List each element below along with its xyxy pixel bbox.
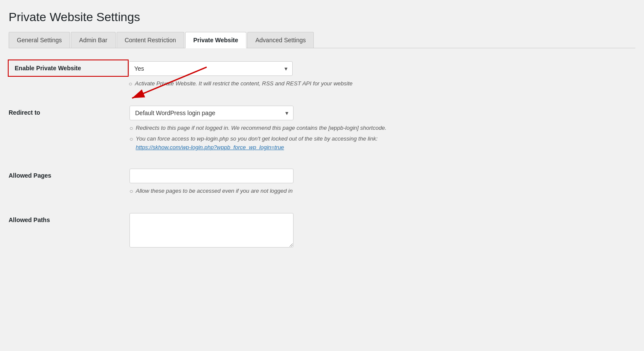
tab-content-restriction[interactable]: Content Restriction (117, 32, 184, 48)
tabs-bar: General Settings Admin Bar Content Restr… (9, 32, 635, 48)
allowed-pages-row: Allowed Pages ○ Allow these pages to be … (9, 169, 635, 197)
allowed-pages-control: ○ Allow these pages to be accessed even … (129, 169, 432, 197)
hint-bullet-4: ○ (129, 187, 133, 196)
allowed-pages-hint: ○ Allow these pages to be accessed even … (129, 187, 432, 196)
enable-private-website-select-wrapper: Yes No (129, 61, 293, 76)
allowed-paths-row: Allowed Paths (9, 213, 635, 249)
redirect-to-hint1-text: Redirects to this page if not logged in.… (136, 124, 386, 132)
redirect-to-hints: ○ Redirects to this page if not logged i… (129, 124, 432, 151)
enable-private-website-hint-text: Activate Private Website. It will restri… (135, 79, 352, 88)
hint-bullet-1: ○ (129, 79, 132, 88)
redirect-to-select-wrapper: Default WordPress login page Custom Page (129, 106, 294, 120)
content-area: Enable Private Website Yes No ○ Activate… (9, 48, 635, 282)
tab-general-settings[interactable]: General Settings (9, 32, 70, 48)
tab-advanced-settings[interactable]: Advanced Settings (247, 32, 314, 48)
tab-private-website[interactable]: Private Website (185, 32, 246, 48)
redirect-to-row: Redirect to Default WordPress login page… (9, 106, 635, 153)
redirect-force-login-link[interactable]: https://skhow.com/wp-login.php?wppb_forc… (136, 144, 284, 150)
allowed-pages-hint-text: Allow these pages to be accessed even if… (136, 187, 293, 195)
redirect-to-control: Default WordPress login page Custom Page… (129, 106, 432, 153)
redirect-to-hint2-text: You can force access to wp-login.php so … (136, 135, 377, 151)
enable-private-website-select[interactable]: Yes No (129, 61, 293, 76)
allowed-paths-control (129, 213, 432, 249)
enable-private-website-control: Yes No ○ Activate Private Website. It wi… (129, 61, 431, 90)
redirect-to-label: Redirect to (9, 106, 129, 116)
enable-private-website-label: Enable Private Website (8, 60, 129, 77)
tab-admin-bar[interactable]: Admin Bar (71, 32, 115, 48)
page-title: Private Website Settings (9, 10, 635, 24)
hint-bullet-2: ○ (129, 124, 133, 133)
enable-private-website-row: Enable Private Website Yes No ○ Activate… (9, 61, 635, 90)
redirect-to-select[interactable]: Default WordPress login page Custom Page (129, 106, 294, 120)
allowed-paths-label: Allowed Paths (9, 213, 129, 223)
allowed-pages-input[interactable] (129, 169, 294, 183)
allowed-paths-textarea[interactable] (129, 213, 294, 248)
enable-private-website-hint: ○ Activate Private Website. It will rest… (129, 79, 431, 88)
hint-bullet-3: ○ (129, 135, 133, 144)
allowed-pages-label: Allowed Pages (9, 169, 129, 179)
